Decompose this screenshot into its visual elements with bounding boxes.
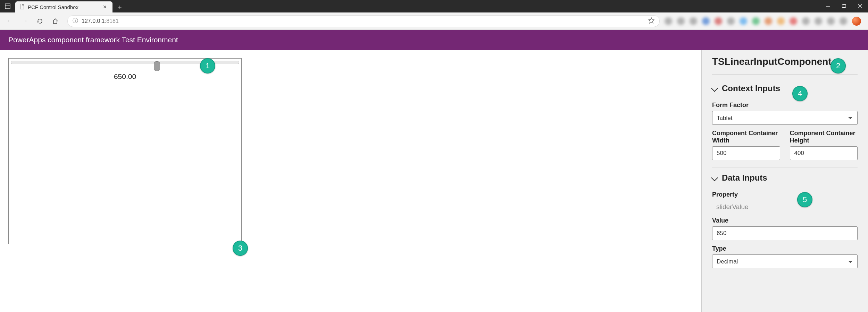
extension-tray <box>665 17 864 26</box>
callout-badge-1: 1 <box>200 58 215 73</box>
extension-icon[interactable] <box>802 17 810 25</box>
callout-badge-4: 4 <box>792 86 808 101</box>
window-maximize-button[interactable] <box>836 0 852 12</box>
nav-refresh-button[interactable] <box>35 16 45 26</box>
callout-badge-5: 5 <box>797 192 812 207</box>
site-info-icon[interactable]: ⓘ <box>73 17 78 25</box>
section-title: Context Inputs <box>722 84 780 93</box>
extension-icon[interactable] <box>740 17 747 25</box>
svg-rect-3 <box>842 5 845 8</box>
environment-header: PowerApps component framework Test Envir… <box>0 30 868 50</box>
svg-rect-0 <box>5 4 10 9</box>
address-bar[interactable]: ⓘ 127.0.0.1:8181 <box>67 15 660 27</box>
extension-icon[interactable] <box>840 17 847 25</box>
tab-close-button[interactable]: ✕ <box>101 3 108 10</box>
form-factor-select[interactable]: Tablet <box>712 111 858 125</box>
new-tab-button[interactable]: ＋ <box>112 1 127 12</box>
container-width-label: Component Container Width <box>712 130 780 144</box>
profile-avatar[interactable] <box>852 17 861 26</box>
extension-icon[interactable] <box>727 17 735 25</box>
container-width-input[interactable] <box>712 146 780 160</box>
properties-panel: TSLinearInputComponent Context Inputs Fo… <box>701 50 868 312</box>
section-context-inputs[interactable]: Context Inputs <box>712 78 858 97</box>
extension-icon[interactable] <box>777 17 785 25</box>
nav-forward-button[interactable]: → <box>19 16 30 26</box>
type-select[interactable]: Decimal <box>712 254 858 268</box>
chevron-down-icon <box>711 85 718 92</box>
form-factor-label: Form Factor <box>712 102 858 109</box>
browser-toolbar: ← → ⓘ 127.0.0.1:8181 <box>0 12 868 30</box>
chevron-down-icon <box>711 174 718 181</box>
callout-badge-2: 2 <box>831 58 846 73</box>
component-container: 650.00 <box>8 58 242 244</box>
page-icon <box>19 4 24 10</box>
favorite-icon[interactable] <box>648 17 654 25</box>
extension-icon[interactable] <box>677 17 685 25</box>
extension-icon[interactable] <box>765 17 772 25</box>
section-data-inputs[interactable]: Data Inputs <box>712 167 858 186</box>
callout-badge-3: 3 <box>233 241 248 256</box>
slider-thumb[interactable] <box>154 61 160 71</box>
browser-tab-bar: PCF Control Sandbox ✕ ＋ <box>0 0 868 12</box>
property-name: sliderValue <box>712 200 858 212</box>
component-canvas: 650.00 <box>0 50 701 312</box>
extension-icon[interactable] <box>752 17 760 25</box>
type-label: Type <box>712 245 858 252</box>
url-text: 127.0.0.1:8181 <box>82 18 119 24</box>
extension-icon[interactable] <box>715 17 722 25</box>
extension-icon[interactable] <box>690 17 697 25</box>
property-label: Property <box>712 191 858 198</box>
nav-home-button[interactable] <box>50 16 60 26</box>
extension-icon[interactable] <box>827 17 835 25</box>
container-height-label: Component Container Height <box>790 130 858 144</box>
window-close-button[interactable] <box>852 0 868 12</box>
browser-tab[interactable]: PCF Control Sandbox ✕ <box>15 1 112 12</box>
container-height-input[interactable] <box>790 146 858 160</box>
tab-title: PCF Control Sandbox <box>28 4 78 10</box>
window-minimize-button[interactable] <box>820 0 836 12</box>
value-label: Value <box>712 217 858 224</box>
value-input[interactable] <box>712 226 858 240</box>
extension-icon[interactable] <box>790 17 797 25</box>
environment-title: PowerApps component framework Test Envir… <box>8 36 178 44</box>
section-title: Data Inputs <box>722 173 767 183</box>
nav-back-button[interactable]: ← <box>4 16 15 26</box>
extension-icon[interactable] <box>702 17 710 25</box>
svg-rect-4 <box>843 5 846 8</box>
extension-icon[interactable] <box>815 17 822 25</box>
extension-icon[interactable] <box>665 17 672 25</box>
browser-menu-icon[interactable] <box>0 0 15 12</box>
